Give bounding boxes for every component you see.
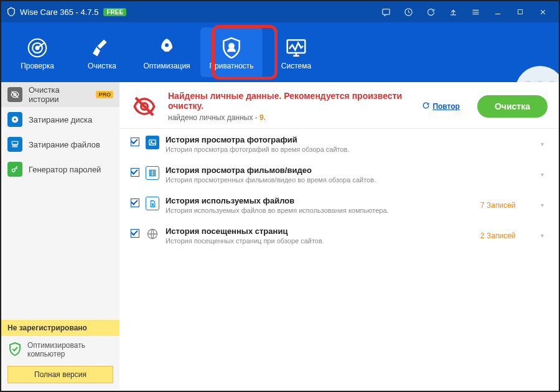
row-desc: История просмотренных фильмов/видео во в… <box>166 176 474 184</box>
sidebar-item-disk-wipe[interactable]: Затирание диска <box>1 107 119 132</box>
sidebar-item-file-wipe[interactable]: Затирание файлов <box>1 132 119 157</box>
nav-privacy[interactable]: Приватность <box>200 27 263 77</box>
chevron-down-icon[interactable]: ▾ <box>536 171 548 178</box>
svg-rect-0 <box>382 9 389 14</box>
svg-point-11 <box>14 118 16 121</box>
key-icon <box>7 162 22 177</box>
row-desc: История используемых файлов во время исп… <box>166 207 474 214</box>
list-item[interactable]: История посещенных страниц История посещ… <box>119 220 559 251</box>
nav-cleanup[interactable]: Очистка <box>71 27 133 77</box>
row-title: История просмотра фильмов/видео <box>166 166 474 175</box>
svg-rect-12 <box>12 141 17 144</box>
checkbox[interactable] <box>131 198 139 207</box>
pro-badge: PRO <box>96 91 113 98</box>
radar-icon <box>26 34 49 62</box>
window-title: Wise Care 365 - 4.7.5 <box>20 7 98 17</box>
svg-point-7 <box>229 44 233 48</box>
checkbox[interactable] <box>131 229 139 238</box>
shield-check-icon <box>7 342 22 358</box>
row-count: 2 Записей <box>480 231 530 240</box>
alert-text: Найдены личные данные. Рекомендуется про… <box>168 91 412 122</box>
nav-checkup[interactable]: Проверка <box>6 27 68 77</box>
row-title: История просмотра фотографий <box>166 135 474 144</box>
brush-icon <box>91 34 113 62</box>
nav-label: Очистка <box>88 62 116 70</box>
close-button[interactable] <box>531 1 554 22</box>
image-icon <box>146 136 159 149</box>
sidebar-item-label: Генератор паролей <box>29 165 101 174</box>
optimize-pc-label: Оптимизировать компьютер <box>27 341 113 358</box>
row-desc: История просмотра фотографий во время об… <box>166 146 474 153</box>
refresh-small-icon <box>422 101 430 111</box>
main-panel: Найдены личные данные. Рекомендуется про… <box>119 82 559 390</box>
sidebar-item-password-gen[interactable]: Генератор паролей <box>1 157 119 182</box>
full-version-button[interactable]: Полная версия <box>7 366 113 383</box>
monitor-icon <box>284 34 308 62</box>
alert-title: Найдены личные данные. Рекомендуется про… <box>168 91 412 111</box>
app-window: Wise Care 365 - 4.7.5 FREE Проверка Очис… <box>0 0 560 392</box>
svg-rect-17 <box>149 170 155 175</box>
alert-bar: Найдены личные данные. Рекомендуется про… <box>119 82 559 128</box>
row-title: История используемых файлов <box>166 196 474 205</box>
nav-system[interactable]: Система <box>265 27 327 77</box>
disk-icon <box>7 112 22 127</box>
file-icon <box>146 197 159 210</box>
chevron-down-icon[interactable]: ▾ <box>536 202 548 208</box>
main-nav: Проверка Очистка Оптимизация Приватность… <box>1 22 559 82</box>
app-logo-icon <box>6 7 16 17</box>
shield-user-icon <box>220 34 243 62</box>
globe-icon <box>146 227 159 241</box>
nav-label: Оптимизация <box>143 62 190 70</box>
nav-label: Система <box>281 62 311 70</box>
not-registered-banner: Не зарегистрировано <box>1 320 119 336</box>
history-icon[interactable] <box>397 1 419 22</box>
row-count: 7 Записей <box>480 201 530 210</box>
list-item[interactable]: История просмотра фотографий История про… <box>119 129 559 159</box>
maximize-button[interactable] <box>509 1 531 22</box>
sidebar-item-label: Очистка истории <box>29 85 87 104</box>
eye-slash-red-icon <box>131 93 158 119</box>
sidebar-item-label: Затирание файлов <box>29 140 100 149</box>
film-icon <box>146 166 159 180</box>
menu-icon[interactable] <box>464 1 487 22</box>
rocket-icon <box>156 34 178 62</box>
alert-subtitle: найдено личных данных - 9. <box>168 113 412 122</box>
svg-point-6 <box>165 44 169 47</box>
svg-point-13 <box>12 169 15 172</box>
checkbox[interactable] <box>131 168 139 177</box>
nav-label: Проверка <box>21 62 54 70</box>
row-title: История посещенных страниц <box>166 226 474 236</box>
sidebar-item-label: Затирание диска <box>29 115 92 124</box>
svg-rect-2 <box>518 10 523 14</box>
free-badge: FREE <box>103 8 126 16</box>
nav-label: Приватность <box>209 62 253 70</box>
sidebar-item-history-cleanup[interactable]: Очистка истории PRO <box>1 82 119 107</box>
upload-icon[interactable] <box>442 1 464 22</box>
sidebar: Очистка истории PRO Затирание диска Зати… <box>1 82 119 390</box>
minimize-button[interactable] <box>487 1 509 22</box>
feedback-icon[interactable] <box>375 1 397 22</box>
row-desc: История посещенных страниц при обзоре са… <box>166 237 474 245</box>
refresh-icon[interactable] <box>419 1 442 22</box>
sidebar-bottom: Не зарегистрировано Оптимизировать компь… <box>1 320 119 390</box>
chevron-down-icon[interactable]: ▾ <box>536 141 548 147</box>
eye-slash-icon <box>7 87 22 102</box>
shredder-icon <box>7 137 22 152</box>
content-area: Очистка истории PRO Затирание диска Зати… <box>1 82 559 390</box>
title-bar: Wise Care 365 - 4.7.5 FREE <box>1 1 559 22</box>
list-item[interactable]: История просмотра фильмов/видео История … <box>119 159 559 190</box>
nav-optimize[interactable]: Оптимизация <box>136 27 198 77</box>
list-item[interactable]: История используемых файлов История испо… <box>119 190 559 220</box>
optimize-pc-row[interactable]: Оптимизировать компьютер <box>1 336 119 363</box>
clean-button[interactable]: Очистка <box>477 95 548 118</box>
retry-link[interactable]: Повтор <box>422 101 460 111</box>
chevron-down-icon[interactable]: ▾ <box>536 232 548 239</box>
checkbox[interactable] <box>131 138 139 146</box>
